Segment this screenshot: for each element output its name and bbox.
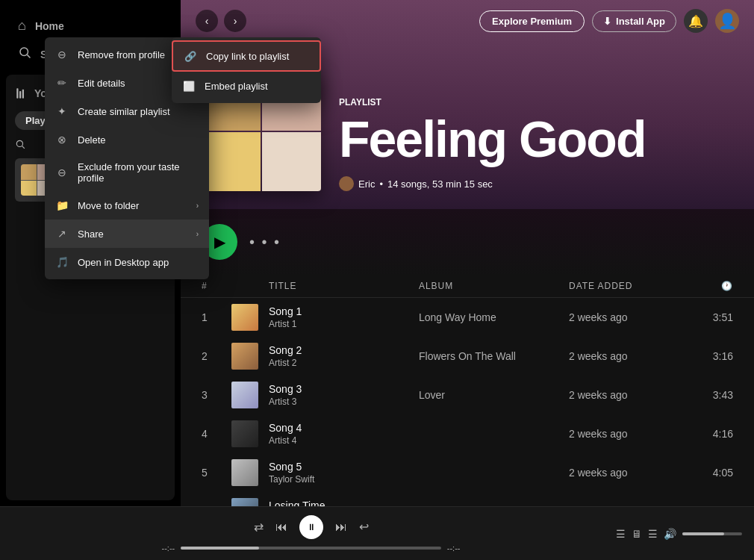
playlist-title: Feeling Good <box>339 113 733 164</box>
volume-slider[interactable] <box>682 532 742 535</box>
prev-button[interactable]: ⏮ <box>275 520 287 534</box>
next-button[interactable]: ⏭ <box>335 520 347 534</box>
track-date: 2 weeks ago <box>569 350 673 362</box>
time-end: --:-- <box>447 544 461 553</box>
svg-line-1 <box>27 55 30 57</box>
home-icon: ⌂ <box>18 18 26 34</box>
repeat-button[interactable]: ↩ <box>359 520 369 534</box>
thumb-cell-3 <box>21 181 37 196</box>
bottom-player: ⇄ ⏮ ⏸ ⏭ ↩ --:-- --:-- ☰ 🖥 ☰ 🔊 <box>0 506 754 560</box>
svg-rect-3 <box>19 91 21 99</box>
col-date: Date added <box>569 281 673 291</box>
cover-cell-3 <box>202 132 261 191</box>
table-row[interactable]: 4 Song 4 Artist 4 2 weeks ago 4:16 <box>181 414 754 453</box>
playlist-type-label: Playlist <box>339 97 733 108</box>
shuffle-button[interactable]: ⇄ <box>254 520 264 534</box>
exclude-icon: ⊖ <box>55 166 69 179</box>
chevron-right-icon: › <box>196 230 199 238</box>
explore-premium-button[interactable]: Explore Premium <box>479 10 585 32</box>
share-icon: ↗ <box>55 227 69 240</box>
submenu-item-copy-link[interactable]: 🔗 Copy link to playlist <box>172 40 321 72</box>
menu-item-label: Create similar playlist <box>78 106 170 117</box>
track-name-block: Losing Time Artist 6 <box>269 500 419 506</box>
col-title: Title <box>269 281 419 291</box>
player-right-controls: ☰ 🖥 ☰ 🔊 <box>616 528 742 540</box>
sidebar-item-label: Home <box>35 20 64 32</box>
menu-item-label: Move to folder <box>78 200 139 211</box>
devices-button[interactable]: 🖥 <box>632 528 642 540</box>
queue-button[interactable]: ☰ <box>616 528 626 540</box>
menu-item-desktop[interactable]: 🎵 Open in Desktop app <box>45 248 209 276</box>
track-number: 1 <box>202 311 231 323</box>
col-album: Album <box>419 281 569 291</box>
track-thumbnail <box>231 498 258 506</box>
player-play-pause-button[interactable]: ⏸ <box>299 515 323 539</box>
track-artist: Taylor Swift <box>269 474 314 485</box>
playlist-details: Eric • 14 songs, 53 min 15 sec <box>339 176 733 191</box>
move-icon: 📁 <box>55 199 69 212</box>
track-info: Song 4 Artist 4 <box>269 422 302 446</box>
track-thumbnail <box>231 304 258 331</box>
svg-point-0 <box>20 48 28 56</box>
track-album: Long Way Home <box>419 311 569 323</box>
copy-link-icon: 🔗 <box>184 49 197 63</box>
col-duration: 🕐 <box>673 281 733 291</box>
track-date: 2 weeks ago <box>569 505 673 506</box>
track-album: Fun Times <box>419 505 569 506</box>
menu-item-share[interactable]: ↗ Share › <box>45 220 209 248</box>
track-duration: 4:16 <box>673 428 733 440</box>
table-row[interactable]: 3 Song 3 Artist 3 Lover 2 weeks ago 3:43 <box>181 376 754 414</box>
track-info: Losing Time Artist 6 <box>269 500 325 506</box>
track-name-block: Song 5 Taylor Swift <box>269 461 419 485</box>
svg-line-6 <box>22 146 25 149</box>
top-bar: ‹ › Explore Premium ⬇ Install App 🔔 👤 <box>181 0 754 42</box>
similar-icon: ✦ <box>55 105 69 118</box>
player-controls: ⇄ ⏮ ⏸ ⏭ ↩ --:-- --:-- <box>12 515 610 553</box>
notifications-button[interactable]: 🔔 <box>684 9 708 33</box>
thumb-cell-1 <box>21 164 37 180</box>
track-name-block: Song 1 Artist 1 <box>269 305 419 329</box>
library-search-button[interactable] <box>15 139 25 152</box>
col-thumb <box>231 281 269 291</box>
search-icon <box>18 46 31 63</box>
avatar-image: 👤 <box>718 12 737 30</box>
progress-fill <box>181 547 259 550</box>
back-button[interactable]: ‹ <box>196 10 218 32</box>
track-title: Song 2 <box>269 344 302 356</box>
track-name-block: Song 2 Artist 2 <box>269 344 419 368</box>
user-avatar[interactable]: 👤 <box>715 9 739 33</box>
col-num: # <box>202 281 231 291</box>
volume-button[interactable]: 🔊 <box>664 528 676 540</box>
track-date: 2 weeks ago <box>569 467 673 479</box>
table-row[interactable]: 2 Song 2 Artist 2 Flowers On The Wall 2 … <box>181 337 754 376</box>
track-thumbnail <box>231 459 258 486</box>
menu-item-move[interactable]: 📁 Move to folder › <box>45 191 209 220</box>
track-info: Song 1 Artist 1 <box>269 305 302 329</box>
table-row[interactable]: 5 Song 5 Taylor Swift 2 weeks ago 4:05 <box>181 453 754 492</box>
table-row[interactable]: 1 Song 1 Artist 1 Long Way Home 2 weeks … <box>181 298 754 337</box>
menu-item-delete[interactable]: ⊗ Delete <box>45 125 209 154</box>
track-thumbnail <box>231 343 258 370</box>
submenu-item-embed[interactable]: ⬜ Embed playlist <box>172 72 321 100</box>
install-app-button[interactable]: ⬇ Install App <box>592 10 676 32</box>
menu-item-label: Edit details <box>78 78 125 89</box>
submenu[interactable]: 🔗 Copy link to playlist ⬜ Embed playlist <box>172 37 321 103</box>
delete-icon: ⊗ <box>55 133 69 146</box>
player-buttons: ⇄ ⏮ ⏸ ⏭ ↩ <box>254 515 369 539</box>
progress-track[interactable] <box>181 547 441 550</box>
track-number: 3 <box>202 389 231 401</box>
track-date: 2 weeks ago <box>569 311 673 323</box>
table-row[interactable]: 6 Losing Time Artist 6 Fun Times 2 weeks… <box>181 492 754 506</box>
track-number: 2 <box>202 350 231 362</box>
forward-button[interactable]: › <box>224 10 246 32</box>
nav-arrows: ‹ › <box>196 10 246 32</box>
more-options-button[interactable]: • • • <box>249 234 281 251</box>
download-icon: ⬇ <box>603 16 611 27</box>
menu-item-label: Share <box>78 228 104 240</box>
sidebar-item-home[interactable]: ⌂ Home <box>9 12 172 40</box>
top-bar-right: Explore Premium ⬇ Install App 🔔 👤 <box>479 9 739 33</box>
track-artist: Artist 4 <box>269 435 302 446</box>
menu-item-exclude[interactable]: ⊖ Exclude from your taste profile <box>45 154 209 191</box>
lyrics-button[interactable]: ☰ <box>648 528 658 540</box>
track-album: Lover <box>419 389 569 401</box>
